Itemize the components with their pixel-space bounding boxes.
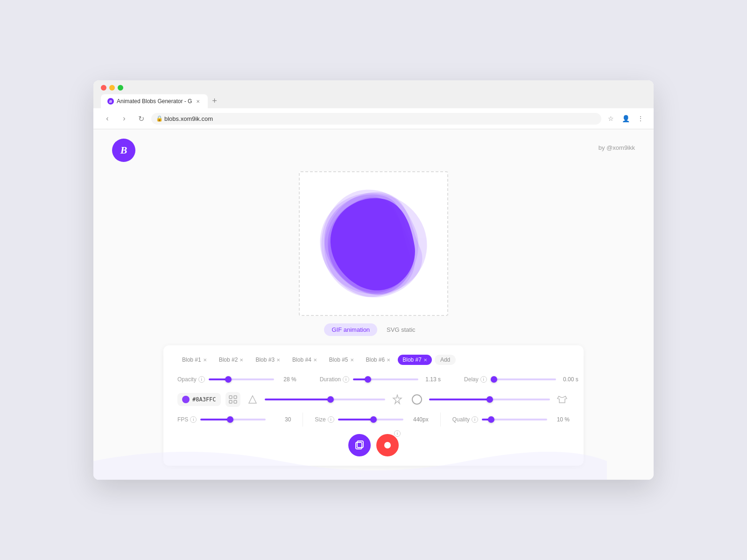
fps-range <box>200 419 268 420</box>
quality-range <box>482 419 547 420</box>
svg-rect-4 <box>234 400 237 403</box>
forward-button[interactable]: › <box>118 112 131 125</box>
blob-tab-3[interactable]: Blob #3 ✕ <box>251 355 285 365</box>
address-bar: ‹ › ↻ 🔒 ☆ 👤 ⋮ <box>93 108 654 129</box>
fps-value: 30 <box>272 416 291 423</box>
reload-button[interactable]: ↻ <box>134 112 148 125</box>
menu-icon[interactable]: ⋮ <box>635 113 646 124</box>
opacity-info-icon: i <box>198 376 205 383</box>
blob-tab-4-close[interactable]: ✕ <box>313 357 317 363</box>
opacity-slider[interactable] <box>209 378 274 380</box>
close-window-button[interactable] <box>101 85 106 91</box>
blob-tab-7[interactable]: Blob #7 ✕ <box>398 355 432 365</box>
svg-marker-6 <box>393 395 402 404</box>
blob-tab-5-close[interactable]: ✕ <box>350 357 354 363</box>
shape-range <box>429 399 550 400</box>
delay-label: Delay i <box>464 376 487 383</box>
pattern-icon <box>229 395 237 404</box>
blob-tabs: Blob #1 ✕ Blob #2 ✕ Blob #3 ✕ Blob #4 ✕ <box>177 355 570 365</box>
wave-decoration <box>93 442 607 480</box>
delay-slider-group: Delay i 0.00 s <box>464 376 578 383</box>
svg-static-tab[interactable]: SVG static <box>379 323 423 336</box>
fps-info-icon: i <box>190 416 197 423</box>
url-bar-wrapper: 🔒 <box>151 113 601 125</box>
quality-value: 10 % <box>551 416 570 423</box>
blob-tab-5[interactable]: Blob #5 ✕ <box>324 355 359 365</box>
blob-tab-2[interactable]: Blob #2 ✕ <box>214 355 248 365</box>
star-icon <box>390 392 405 407</box>
duration-slider[interactable] <box>353 378 418 380</box>
minimize-window-button[interactable] <box>109 85 115 91</box>
duration-value: 1.13 s <box>422 376 441 383</box>
browser-chrome: B Animated Blobs Generator - G ✕ + <box>93 80 654 108</box>
duration-range <box>353 378 418 380</box>
lock-icon: 🔒 <box>156 115 163 122</box>
size-slider[interactable] <box>338 419 403 420</box>
opacity-duration-delay-row: Opacity i 28 % Duration i <box>177 372 570 386</box>
add-blob-button[interactable]: Add <box>435 355 456 365</box>
quality-label: Quality i <box>452 416 478 423</box>
tab-title: Animated Blobs Generator - G <box>117 98 192 105</box>
pattern-button[interactable] <box>226 392 240 407</box>
circle-shape-icon <box>409 392 424 407</box>
triangle-icon <box>245 392 260 407</box>
complexity-range <box>265 399 386 400</box>
svg-rect-2 <box>234 396 237 399</box>
blob-tab-6[interactable]: Blob #6 ✕ <box>361 355 395 365</box>
maximize-window-button[interactable] <box>118 85 123 91</box>
byline: by @xom9ikk <box>599 144 635 151</box>
opacity-value: 28 % <box>278 376 296 383</box>
size-range <box>338 419 406 420</box>
svg-marker-5 <box>249 396 256 403</box>
gif-animation-tab[interactable]: GIF animation <box>324 323 377 336</box>
record-info-icon: i <box>394 430 401 437</box>
new-tab-button[interactable]: + <box>208 94 221 107</box>
duration-info-icon: i <box>343 376 349 383</box>
blob-tab-3-close[interactable]: ✕ <box>276 357 280 363</box>
blob-tab-1[interactable]: Blob #1 ✕ <box>177 355 211 365</box>
duration-label: Duration i <box>320 376 349 383</box>
traffic-lights <box>101 85 646 91</box>
tab-bar: B Animated Blobs Generator - G ✕ + <box>101 94 646 108</box>
browser-tab[interactable]: B Animated Blobs Generator - G ✕ <box>101 94 208 108</box>
blob-tab-7-close[interactable]: ✕ <box>423 357 427 363</box>
duration-slider-group: Duration i 1.13 s <box>320 376 441 383</box>
quality-info-icon: i <box>472 416 478 423</box>
svg-rect-1 <box>229 396 232 399</box>
shape-slider[interactable] <box>429 399 550 400</box>
url-input[interactable] <box>151 113 601 125</box>
canvas-area: GIF animation SVG static Blob #1 ✕ Blob … <box>112 143 635 466</box>
size-info-icon: i <box>328 416 334 423</box>
delay-range <box>491 378 556 380</box>
size-value: 440px <box>410 416 429 423</box>
blob-tab-1-close[interactable]: ✕ <box>203 357 207 363</box>
delay-value: 0.00 s <box>560 376 578 383</box>
opacity-label: Opacity i <box>177 376 205 383</box>
color-input-wrapper[interactable]: #8A3FFC <box>177 393 221 406</box>
size-slider-group: Size i 440px <box>315 416 428 423</box>
fps-label: FPS i <box>177 416 197 423</box>
account-icon[interactable]: 👤 <box>620 113 631 124</box>
tab-favicon: B <box>107 98 114 105</box>
complexity-slider[interactable] <box>265 399 386 400</box>
browser-actions: ☆ 👤 ⋮ <box>605 113 646 124</box>
blob-tab-6-close[interactable]: ✕ <box>387 357 390 363</box>
delay-slider[interactable] <box>491 378 556 380</box>
fps-size-quality-row: FPS i 30 Size i <box>177 413 570 427</box>
blob-tab-4[interactable]: Blob #4 ✕ <box>288 355 322 365</box>
opacity-range <box>209 378 274 380</box>
blob-tab-2-close[interactable]: ✕ <box>240 357 243 363</box>
export-tabs: GIF animation SVG static <box>324 323 423 336</box>
tab-close-button[interactable]: ✕ <box>195 98 201 105</box>
bookmark-icon[interactable]: ☆ <box>605 113 616 124</box>
color-complexity-row: #8A3FFC <box>177 392 570 407</box>
morph-icon <box>555 392 570 407</box>
opacity-slider-group: Opacity i 28 % <box>177 376 296 383</box>
quality-slider-group: Quality i 10 % <box>452 416 570 423</box>
blob-preview <box>313 183 434 304</box>
back-button[interactable]: ‹ <box>101 112 114 125</box>
quality-slider[interactable] <box>482 419 547 420</box>
main-content: B by @xom9ikk <box>93 129 654 480</box>
fps-slider[interactable] <box>200 419 266 420</box>
blob-canvas <box>299 171 448 316</box>
